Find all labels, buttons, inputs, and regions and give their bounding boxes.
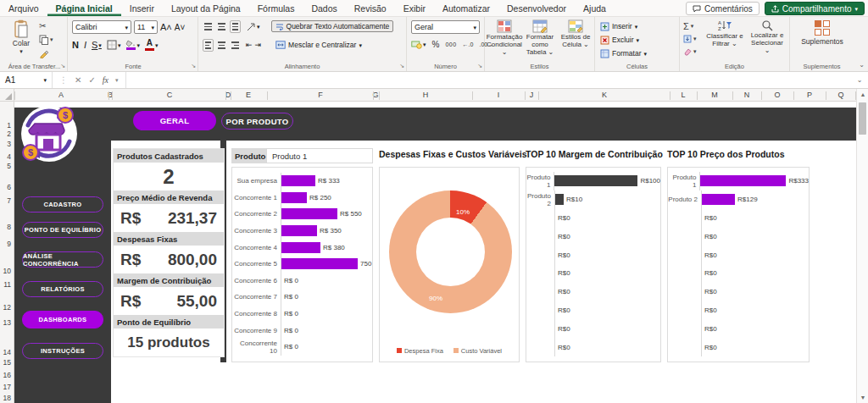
- row-header-8[interactable]: 8: [7, 223, 11, 231]
- select-all-corner[interactable]: [0, 89, 14, 102]
- row-header-5[interactable]: 5: [7, 162, 11, 170]
- increase-font-button[interactable]: A˄: [160, 22, 172, 32]
- row-header-11[interactable]: 11: [3, 280, 11, 289]
- row-header-2[interactable]: 2: [7, 130, 11, 138]
- row-header-17[interactable]: 17: [3, 383, 11, 391]
- font-size-select[interactable]: 11 ▾: [134, 20, 158, 34]
- row-header-14[interactable]: 14: [3, 348, 11, 356]
- increase-decimal-button[interactable]: ←.0: [463, 41, 474, 47]
- menu-tab-dados[interactable]: Dados: [303, 0, 345, 16]
- confirm-entry-button[interactable]: ✓: [88, 75, 95, 85]
- decrease-indent-button[interactable]: ⇤: [246, 41, 253, 49]
- dialog-launcher-icon[interactable]: ↘: [399, 63, 404, 69]
- column-header-p[interactable]: P: [807, 89, 812, 102]
- row-header-7[interactable]: 7: [7, 196, 11, 205]
- row-header-1[interactable]: 1: [7, 121, 11, 130]
- column-header-i[interactable]: I: [498, 89, 500, 102]
- cell-styles-button[interactable]: Estilos de Célula ⌄: [558, 19, 593, 56]
- paste-button[interactable]: Colar ▾: [7, 19, 36, 62]
- menu-tab-inserir[interactable]: Inserir: [121, 0, 163, 16]
- bar[interactable]: [281, 242, 320, 253]
- sidebar-item-dashboards[interactable]: DASHBOARDS: [22, 311, 103, 328]
- sidebar-item-instruções[interactable]: INSTRUÇÕES: [22, 343, 103, 359]
- orientation-button[interactable]: ▾: [247, 22, 260, 31]
- align-center-button[interactable]: [216, 40, 227, 51]
- bar[interactable]: [281, 192, 307, 203]
- fill-color-button[interactable]: ▾: [125, 40, 140, 50]
- column-header-h[interactable]: H: [423, 89, 429, 102]
- accounting-format-button[interactable]: ▾: [411, 41, 426, 49]
- bar[interactable]: [281, 258, 358, 269]
- cut-button[interactable]: ✂: [39, 20, 46, 31]
- dialog-launcher-icon[interactable]: ↘: [191, 63, 196, 69]
- format-cells-button[interactable]: Formatar ▾: [600, 47, 647, 59]
- align-right-button[interactable]: [230, 40, 241, 51]
- column-header-l[interactable]: L: [681, 89, 685, 102]
- menu-tab-revisão[interactable]: Revisão: [346, 0, 395, 16]
- bar[interactable]: [702, 194, 735, 205]
- column-header-c[interactable]: C: [167, 89, 173, 102]
- sidebar-item-análise-concorrência[interactable]: ANÁLISE CONCORRÊNCIA: [22, 251, 103, 268]
- column-header-o[interactable]: O: [774, 89, 780, 102]
- menu-tab-layout-da-página[interactable]: Layout da Página: [163, 0, 249, 16]
- comments-button[interactable]: Comentários: [686, 2, 760, 15]
- sidebar-item-cadastro[interactable]: CADASTRO: [22, 196, 103, 213]
- row-header-6[interactable]: 6: [7, 183, 11, 191]
- borders-button[interactable]: ▾: [107, 40, 121, 50]
- font-color-button[interactable]: A ▾: [145, 39, 159, 51]
- menu-tab-página-inicial[interactable]: Página Inicial: [47, 0, 121, 16]
- align-bottom-button[interactable]: [230, 20, 241, 33]
- copy-button[interactable]: ▾: [39, 34, 53, 45]
- format-painter-button[interactable]: [39, 47, 49, 58]
- row-header-10[interactable]: 10: [3, 267, 11, 275]
- autosum-button[interactable]: Σ▾: [683, 20, 697, 31]
- align-middle-button[interactable]: [216, 21, 227, 32]
- menu-tab-automatizar[interactable]: Automatizar: [434, 0, 498, 16]
- increase-indent-button[interactable]: ⇥: [255, 41, 262, 49]
- tab-por-produto[interactable]: POR PRODUTO: [221, 113, 293, 130]
- sort-filter-button[interactable]: AZ Classificar e Filtrar ⌄: [705, 19, 744, 54]
- row-header-3[interactable]: 3: [7, 140, 11, 148]
- menu-tab-exibir[interactable]: Exibir: [395, 0, 434, 16]
- bar[interactable]: [281, 175, 315, 186]
- clear-button[interactable]: ▾: [683, 46, 697, 57]
- menu-tab-arquivo[interactable]: Arquivo: [0, 0, 47, 16]
- bar[interactable]: [700, 175, 786, 186]
- wrap-text-button[interactable]: Quebrar Texto Automaticamente: [271, 20, 394, 32]
- scrollbar-thumb[interactable]: [859, 102, 866, 135]
- column-header-q[interactable]: Q: [837, 89, 843, 102]
- comma-style-button[interactable]: 000: [445, 41, 456, 47]
- merge-center-button[interactable]: Mesclar e Centralizar ▾: [274, 40, 364, 50]
- align-left-button[interactable]: [203, 39, 214, 52]
- bar[interactable]: [281, 208, 337, 219]
- column-header-a[interactable]: A: [58, 89, 64, 102]
- row-header-15[interactable]: 15: [3, 358, 11, 367]
- collapse-ribbon-icon[interactable]: ⌄: [859, 61, 865, 69]
- bar[interactable]: [555, 194, 564, 205]
- row-header-12[interactable]: 12: [3, 303, 11, 312]
- column-header-n[interactable]: N: [744, 89, 750, 102]
- addins-button[interactable]: Suplementos: [802, 20, 843, 46]
- italic-button[interactable]: I: [84, 40, 86, 50]
- menu-tab-desenvolvedor[interactable]: Desenvolvedor: [498, 0, 575, 16]
- formula-input[interactable]: [126, 72, 851, 88]
- row-header-16[interactable]: 16: [3, 371, 11, 379]
- scroll-down-icon[interactable]: ▼: [857, 395, 868, 400]
- sidebar-item-ponto-de-equilíbrio[interactable]: PONTO DE EQUILÍBRIO: [22, 222, 103, 238]
- share-button[interactable]: Compartilhamento ▾: [765, 2, 865, 15]
- row-header-18[interactable]: 18: [3, 394, 11, 402]
- bar[interactable]: [554, 175, 637, 186]
- insert-function-button[interactable]: fx: [103, 75, 108, 85]
- fill-button[interactable]: ▾: [683, 33, 697, 44]
- column-header-f[interactable]: F: [318, 89, 323, 102]
- sidebar-item-relatórios[interactable]: RELATÓRIOS: [22, 281, 103, 297]
- delete-cells-button[interactable]: Excluir ▾: [600, 34, 647, 46]
- row-header-9[interactable]: 9: [7, 240, 11, 248]
- find-select-button[interactable]: Localizar e Selecionar ⌄: [748, 19, 787, 54]
- dialog-launcher-icon[interactable]: ↘: [60, 63, 65, 69]
- number-format-select[interactable]: Geral ▾: [411, 20, 480, 34]
- tab-geral[interactable]: GERAL: [133, 111, 216, 130]
- column-header-m[interactable]: M: [711, 89, 718, 102]
- conditional-formatting-button[interactable]: Formatação Condicional ⌄: [487, 19, 522, 56]
- product-selector-value[interactable]: Produto 1: [266, 148, 373, 163]
